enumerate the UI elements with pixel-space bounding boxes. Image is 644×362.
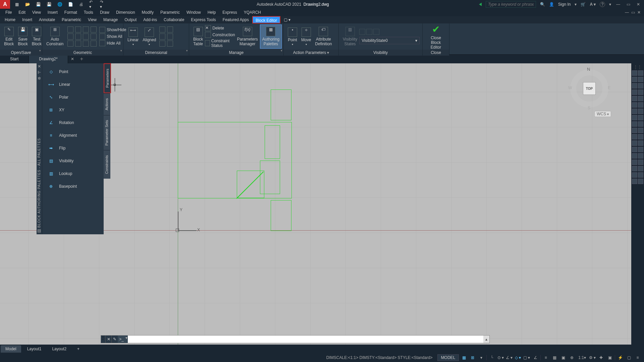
visibility-states-button[interactable]: ▥Visibility States	[341, 24, 359, 49]
viewcube-north[interactable]: N	[587, 67, 590, 72]
dim-icon[interactable]	[159, 26, 165, 33]
palette-tab-parameters[interactable]: Parameters	[104, 63, 111, 93]
palette-gear-icon[interactable]: ✲	[37, 75, 42, 81]
grid-icon[interactable]: ▦	[460, 354, 468, 361]
dim-icon[interactable]	[167, 26, 173, 33]
palette-item-flip[interactable]: ➡Flip	[42, 142, 104, 155]
command-input[interactable]	[128, 336, 483, 343]
signin-dropdown[interactable]: ▾	[575, 2, 577, 7]
tool-icon[interactable]	[632, 109, 637, 114]
menu-insert[interactable]: Insert	[44, 9, 61, 16]
tool-icon[interactable]	[638, 121, 643, 127]
menu-parametric[interactable]: Parametric	[157, 9, 183, 16]
constraint-status-button[interactable]: Constraint Status	[205, 38, 235, 48]
gear-icon[interactable]: ⚙ ▾	[589, 354, 596, 361]
add-layout-button[interactable]: +	[72, 345, 84, 353]
close-block-editor-button[interactable]: ✔Close Block Editor	[425, 24, 447, 49]
tab-annotate[interactable]: Annotate	[36, 16, 58, 23]
tab-home[interactable]: Home	[1, 16, 19, 23]
tool-icon[interactable]	[632, 134, 637, 139]
tool-icon[interactable]	[632, 115, 637, 120]
layout-tab-layout2[interactable]: Layout2	[47, 345, 71, 353]
palette-item-basepoint[interactable]: ⊕Basepoint	[42, 180, 104, 193]
isodraft-icon[interactable]: ∠ ▾	[505, 354, 513, 361]
viewcube-east[interactable]: E	[608, 85, 610, 90]
tab-parametric[interactable]: Parametric	[58, 16, 85, 23]
snap-icon[interactable]: ⊞	[469, 354, 476, 361]
wcs-label[interactable]: WCS ▾	[594, 111, 611, 117]
viewcube-west[interactable]: W	[568, 85, 572, 90]
linear-button[interactable]: ⟷Linear▾	[125, 24, 141, 49]
isolate-icon[interactable]: ▣	[606, 354, 613, 361]
vis-icon[interactable]	[359, 29, 365, 35]
tool-icon[interactable]	[632, 140, 637, 146]
dim-icon[interactable]	[167, 41, 173, 47]
dim-icon[interactable]	[159, 41, 165, 47]
tool-icon[interactable]	[632, 172, 637, 178]
palette-pin-icon[interactable]: ⊩	[37, 69, 42, 75]
clean-screen-icon[interactable]: ▢	[625, 354, 633, 361]
tool-icon[interactable]	[632, 70, 637, 76]
tool-icon[interactable]	[632, 121, 637, 127]
edit-block-button[interactable]: ✎Edit Block	[2, 24, 16, 49]
palette-item-linear[interactable]: ⟷Linear	[42, 78, 104, 91]
menu-modify[interactable]: Modify	[139, 9, 157, 16]
panel-dimensional[interactable]: Dimensional	[123, 50, 189, 56]
sign-in[interactable]: Sign In	[558, 2, 571, 7]
doc-close-button[interactable]: ✕	[636, 10, 642, 15]
menu-file[interactable]: File	[2, 9, 15, 16]
3dosnap-icon[interactable]: ▢ ▾	[523, 354, 530, 361]
tool-icon[interactable]	[638, 96, 643, 101]
help-dropdown[interactable]: ▾	[609, 2, 611, 7]
transparency-icon[interactable]: ▦	[551, 354, 558, 361]
panel-action-parameters[interactable]: Action Parameters	[284, 50, 338, 56]
tab-view[interactable]: View	[85, 16, 100, 23]
tab-block-editor[interactable]: Block Editor	[252, 16, 280, 23]
constraint-icon[interactable]	[91, 26, 97, 33]
menu-format[interactable]: Format	[61, 9, 80, 16]
tool-icon[interactable]	[638, 109, 643, 114]
constraint-icon[interactable]	[83, 34, 89, 40]
user-icon[interactable]: 👤	[549, 2, 554, 7]
vis-icon[interactable]	[373, 29, 379, 35]
constraint-icon[interactable]	[83, 41, 89, 47]
attribute-definition-button[interactable]: 🏷Attribute Definition	[313, 24, 334, 49]
hide-all-button[interactable]: Hide All	[99, 40, 126, 47]
save-icon[interactable]: 💾	[36, 2, 41, 7]
tool-icon[interactable]	[632, 102, 637, 108]
undo-icon[interactable]: ↶ ▾	[89, 2, 95, 7]
aligned-button[interactable]: ⤢Aligned▾	[141, 24, 158, 49]
menu-tools[interactable]: Tools	[80, 9, 97, 16]
saveas-icon[interactable]: 💾	[46, 2, 52, 7]
tool-icon[interactable]	[638, 134, 643, 139]
palette-tab-parameter-sets[interactable]: Parameter Sets	[104, 115, 110, 150]
parameters-manager-button[interactable]: f(x)Parameters Manager	[235, 24, 260, 49]
tool-icon[interactable]	[638, 153, 643, 159]
tab-focus-button[interactable]: ▢ ▾	[280, 16, 294, 23]
maximize-button[interactable]: ▭	[625, 2, 631, 7]
vis-icon[interactable]	[366, 29, 372, 35]
show-all-button[interactable]: Show All	[99, 33, 126, 40]
palette-tab-constraints[interactable]: Constraints	[104, 150, 110, 179]
tool-icon[interactable]	[632, 166, 637, 171]
tool-icon[interactable]	[632, 83, 637, 88]
palette-item-lookup[interactable]: ▥Lookup	[42, 167, 104, 180]
palette-item-rotation[interactable]: ∠Rotation	[42, 116, 104, 129]
close-button[interactable]: ✕	[635, 2, 641, 7]
delete-button[interactable]: ✕Delete	[205, 25, 235, 32]
panel-open-save[interactable]: Open/Save	[0, 50, 42, 56]
panel-manage[interactable]: Manage	[189, 50, 283, 56]
tool-icon[interactable]	[638, 147, 643, 152]
plot-icon[interactable]: 📄	[68, 2, 73, 7]
redo-icon[interactable]: ↷ ▾	[100, 2, 105, 7]
layout-tab-model[interactable]: Model	[1, 345, 21, 353]
command-line[interactable]: ⋮ ✕ ✎ >_ ▾ ▴	[101, 335, 490, 343]
constraint-icon[interactable]	[67, 26, 73, 33]
constraint-icon[interactable]	[67, 34, 73, 40]
tool-icon[interactable]	[632, 179, 637, 184]
drawing-canvas[interactable]: X Y ✕ ⊩ ✲ BLOCK AUTHORING PALETTES - ALL…	[0, 63, 631, 345]
tab-addins[interactable]: Add-ins	[140, 16, 160, 23]
tool-icon[interactable]	[632, 128, 637, 133]
drawing-tab[interactable]: Drawing2*	[29, 55, 68, 63]
palette-item-xy[interactable]: ⊞XY	[42, 104, 104, 116]
